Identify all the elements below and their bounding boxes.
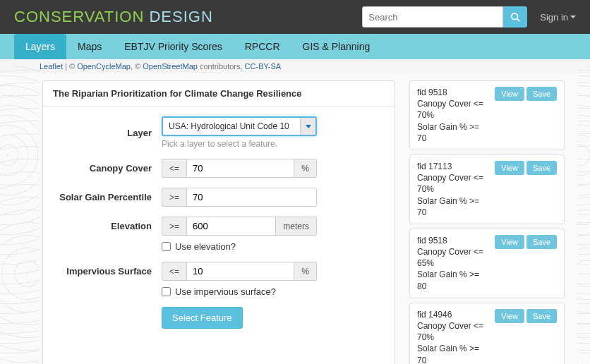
signin-link[interactable]: Sign in (540, 12, 576, 23)
tab-rpccr[interactable]: RPCCR (234, 34, 291, 59)
card-body: fid 9518 Canopy Cover <= 70% Solar Gain … (417, 87, 489, 144)
form-panel: The Riparian Prioritization for Climate … (42, 80, 395, 364)
cc-link[interactable]: CC-BY-SA (245, 62, 282, 71)
chevron-down-icon (306, 125, 311, 128)
elev-unit: meters (276, 217, 317, 236)
save-button[interactable]: Save (526, 309, 557, 323)
tab-maps[interactable]: Maps (66, 34, 113, 59)
save-button[interactable]: Save (526, 235, 557, 249)
card-body: fid 17113 Canopy Cover <= 70% Solar Gain… (417, 161, 489, 218)
result-card: fid 9518 Canopy Cover <= 70% Solar Gain … (409, 80, 565, 150)
imperv-unit: % (294, 262, 317, 281)
card-line: fid 14946 (417, 309, 489, 320)
svg-point-0 (512, 13, 518, 20)
result-card: fid 9518 Canopy Cover <= 65% Solar Gain … (409, 229, 565, 298)
result-card: fid 17113 Canopy Cover <= 70% Solar Gain… (409, 154, 565, 224)
canopy-op: <= (162, 159, 186, 178)
elev-checkbox[interactable] (162, 242, 171, 251)
imperv-op: <= (162, 262, 186, 281)
nav-right: Sign in (362, 6, 576, 28)
card-line: fid 9518 (417, 87, 489, 98)
view-button[interactable]: View (495, 87, 524, 101)
panel-title: The Riparian Prioritization for Climate … (43, 81, 395, 107)
result-card: fid 14946 Canopy Cover <= 70% Solar Gain… (409, 303, 565, 364)
layer-select-toggle[interactable] (300, 118, 315, 135)
row-canopy: Canopy Cover <= % (56, 159, 382, 178)
brand-word-a: CONSERVATION (14, 8, 144, 25)
brand-word-b: DESIGN (149, 8, 212, 25)
card-line: fid 9518 (417, 235, 489, 246)
ocm-link[interactable]: OpenCycleMap (77, 62, 131, 71)
tab-ebtjv[interactable]: EBTJV Priority Scores (113, 34, 233, 59)
submit-label: Select Feature (172, 313, 232, 323)
canopy-unit: % (294, 159, 317, 178)
view-button[interactable]: View (495, 161, 524, 175)
chevron-down-icon (570, 16, 576, 18)
view-button[interactable]: View (495, 309, 524, 323)
tab-layers[interactable]: Layers (14, 34, 66, 59)
search-input[interactable] (362, 6, 503, 28)
signin-label: Sign in (540, 12, 568, 23)
select-feature-button[interactable]: Select Feature (162, 307, 243, 329)
row-imperv-chk: Use impervious surface? (162, 286, 382, 297)
search-button[interactable] (503, 6, 527, 28)
tab-label: RPCCR (245, 41, 280, 52)
elev-input[interactable] (186, 217, 276, 236)
elev-label: Elevation (56, 221, 162, 231)
results-list: fid 9518 Canopy Cover <= 70% Solar Gain … (409, 80, 565, 364)
search-icon (510, 12, 520, 22)
imperv-checkbox[interactable] (162, 287, 171, 296)
search-wrap (362, 6, 527, 28)
brand[interactable]: CONSERVATION DESIGN (14, 8, 213, 26)
card-line: Solar Gain % >= 70 (417, 195, 489, 218)
imperv-label: Impervious Surface (56, 266, 162, 277)
layer-select-value: USA: Hydrological Unit Code 10 (163, 118, 300, 135)
osm-link[interactable]: OpenStreetMap (143, 62, 198, 71)
card-line: Canopy Cover <= 65% (417, 246, 489, 269)
svg-line-1 (517, 19, 520, 22)
tab-label: Layers (25, 41, 55, 52)
card-line: fid 17113 (417, 161, 489, 172)
layer-label: Layer (56, 128, 162, 138)
imperv-chk-label: Use impervious surface? (175, 286, 276, 297)
tab-label: EBTJV Priority Scores (124, 41, 222, 52)
save-button[interactable]: Save (526, 161, 557, 175)
row-elev: Elevation >= meters (56, 217, 382, 236)
card-line: Solar Gain % >= 70 (417, 121, 489, 144)
card-line: Canopy Cover <= 70% (417, 320, 489, 343)
tab-label: Maps (78, 41, 102, 52)
save-button[interactable]: Save (526, 87, 557, 101)
elev-chk-label: Use elevation? (175, 241, 236, 252)
layer-helper: Pick a layer to select a feature. (162, 139, 382, 149)
panel-body: Layer USA: Hydrological Unit Code 10 Pic… (43, 107, 395, 341)
tab-label: GIS & Planning (303, 41, 371, 52)
card-line: Canopy Cover <= 70% (417, 172, 489, 195)
card-body: fid 14946 Canopy Cover <= 70% Solar Gain… (417, 309, 489, 364)
row-imperv: Impervious Surface <= % (56, 262, 382, 281)
leaflet-link[interactable]: Leaflet (40, 62, 63, 71)
layer-select[interactable]: USA: Hydrological Unit Code 10 (162, 116, 317, 136)
card-line: Solar Gain % >= 70 (417, 343, 489, 364)
solar-label: Solar Gain Percentile (56, 192, 162, 202)
row-elev-chk: Use elevation? (162, 241, 382, 252)
subnav: Layers Maps EBTJV Priority Scores RPCCR … (0, 34, 590, 59)
solar-op: >= (162, 188, 186, 207)
content: The Riparian Prioritization for Climate … (0, 73, 590, 364)
top-navbar: CONSERVATION DESIGN Sign in (0, 0, 590, 34)
solar-input[interactable] (186, 188, 317, 207)
row-layer: Layer USA: Hydrological Unit Code 10 Pic… (56, 116, 382, 149)
row-solar: Solar Gain Percentile >= (56, 188, 382, 207)
canopy-input[interactable] (186, 159, 294, 178)
tab-gis[interactable]: GIS & Planning (291, 34, 382, 59)
elev-op: >= (162, 217, 186, 236)
imperv-input[interactable] (186, 262, 294, 281)
card-body: fid 9518 Canopy Cover <= 65% Solar Gain … (417, 235, 489, 292)
card-line: Solar Gain % >= 80 (417, 269, 489, 291)
canopy-label: Canopy Cover (56, 163, 162, 174)
view-button[interactable]: View (495, 235, 524, 249)
card-line: Canopy Cover <= 70% (417, 98, 489, 121)
map-attribution: Leaflet | © OpenCycleMap, © OpenStreetMa… (0, 59, 590, 73)
